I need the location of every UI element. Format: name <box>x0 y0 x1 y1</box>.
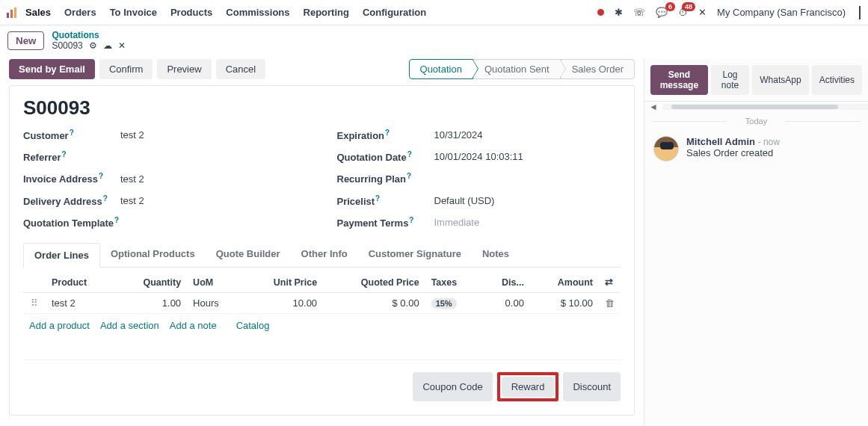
quotation-date-label: Quotation Date <box>337 152 407 163</box>
chatter-message: Mitchell Admin - now Sales Order created <box>644 130 868 167</box>
top-nav: Sales Orders To Invoice Products Commiss… <box>0 0 868 25</box>
cell-amount[interactable]: $ 10.00 <box>530 293 599 314</box>
table-row[interactable]: ⠿ test 2 1.00 Hours 10.00 $ 0.00 15% 0.0… <box>23 293 621 314</box>
col-product[interactable]: Product <box>46 272 114 293</box>
coupon-code-button[interactable]: Coupon Code <box>413 372 492 401</box>
app-logo-icon <box>6 7 18 19</box>
menu-configuration[interactable]: Configuration <box>363 7 426 18</box>
status-quotation[interactable]: Quotation <box>409 59 473 79</box>
customer-label: Customer <box>23 130 69 141</box>
breadcrumb-parent[interactable]: Quotations <box>52 30 125 40</box>
menu-products[interactable]: Products <box>170 7 212 18</box>
col-discount[interactable]: Dis... <box>480 272 530 293</box>
tab-notes[interactable]: Notes <box>472 242 520 267</box>
gear-icon[interactable]: ⚙ <box>89 40 97 51</box>
order-lines-table: Product Quantity UoM Unit Price Quoted P… <box>23 272 621 314</box>
cell-uom[interactable]: Hours <box>187 293 242 314</box>
menu-to-invoice[interactable]: To Invoice <box>110 7 157 18</box>
cell-quoted-price[interactable]: $ 0.00 <box>323 293 425 314</box>
clock-badge: 48 <box>682 2 695 11</box>
menu-commissions[interactable]: Commissions <box>226 7 289 18</box>
close-icon[interactable]: ✕ <box>118 40 126 51</box>
catalog-link[interactable]: Catalog <box>236 320 270 331</box>
recurring-plan-label: Recurring Plan <box>337 174 406 185</box>
col-settings-icon[interactable]: ⇄ <box>599 272 621 293</box>
cell-unit-price[interactable]: 10.00 <box>242 293 323 314</box>
col-unit-price[interactable]: Unit Price <box>242 272 323 293</box>
pricelist-value[interactable]: Default (USD) <box>434 195 495 206</box>
delivery-address-value[interactable]: test 2 <box>120 195 144 206</box>
message-text: Sales Order created <box>686 147 780 158</box>
tax-badge[interactable]: 15% <box>431 298 457 309</box>
invoice-address-label: Invoice Address <box>23 174 98 185</box>
cancel-button[interactable]: Cancel <box>216 59 265 79</box>
breadcrumb-current: S00093 <box>52 40 82 51</box>
status-sales-order[interactable]: Sales Order <box>561 59 635 79</box>
menu-sales[interactable]: Sales <box>25 7 51 18</box>
delivery-address-label: Delivery Address <box>23 196 102 207</box>
svg-rect-0 <box>7 13 9 18</box>
recording-dot-icon[interactable] <box>597 9 604 16</box>
invoice-address-value[interactable]: test 2 <box>120 173 144 185</box>
col-taxes[interactable]: Taxes <box>425 272 481 293</box>
drag-handle-icon[interactable]: ⠿ <box>29 297 40 309</box>
status-quotation-sent[interactable]: Quotation Sent <box>473 59 561 79</box>
chatter-panel: Send message Log note WhatsApp Activitie… <box>644 59 868 425</box>
payment-terms-label: Payment Terms <box>337 217 409 229</box>
scroll-left-icon[interactable]: ◄ <box>644 102 662 112</box>
clock-icon[interactable]: ⏱48 <box>678 7 688 18</box>
message-author[interactable]: Mitchell Admin <box>686 136 755 147</box>
quotation-date-value[interactable]: 10/01/2024 10:03:11 <box>434 151 523 162</box>
expiration-label: Expiration <box>337 130 385 141</box>
status-bar: Quotation Quotation Sent Sales Order <box>409 59 635 79</box>
bug-icon[interactable]: ✱ <box>615 7 623 18</box>
tab-other-info[interactable]: Other Info <box>291 242 358 267</box>
col-amount[interactable]: Amount <box>530 272 599 293</box>
reward-button[interactable]: Reward <box>502 377 555 397</box>
cell-discount[interactable]: 0.00 <box>480 293 530 314</box>
add-note-link[interactable]: Add a note <box>170 320 217 331</box>
preview-button[interactable]: Preview <box>157 59 211 79</box>
send-by-email-button[interactable]: Send by Email <box>9 59 95 79</box>
quotation-template-label: Quotation Template <box>23 217 114 229</box>
new-button[interactable]: New <box>7 31 44 50</box>
discount-button[interactable]: Discount <box>563 372 621 401</box>
tab-order-lines[interactable]: Order Lines <box>23 243 100 268</box>
payment-terms-value[interactable]: Immediate <box>434 217 480 228</box>
tab-optional-products[interactable]: Optional Products <box>100 242 206 267</box>
col-uom[interactable]: UoM <box>187 272 242 293</box>
menu-reporting[interactable]: Reporting <box>304 7 349 18</box>
company-name: My Company (San Francisco) <box>717 7 846 18</box>
day-separator: Today <box>644 112 868 130</box>
menu-orders[interactable]: Orders <box>64 7 96 18</box>
avatar <box>653 136 679 161</box>
pricelist-label: Pricelist <box>337 196 375 207</box>
confirm-button[interactable]: Confirm <box>99 59 153 79</box>
svg-rect-1 <box>10 10 13 18</box>
col-quantity[interactable]: Quantity <box>114 272 187 293</box>
tools-icon[interactable]: ✕ <box>698 7 707 18</box>
company-switcher[interactable]: My Company (San Francisco) <box>717 7 846 18</box>
user-avatar-icon[interactable] <box>859 6 862 19</box>
chatter-scrollbar[interactable] <box>662 104 868 110</box>
activities-button[interactable]: Activities <box>812 65 862 95</box>
cell-qty[interactable]: 1.00 <box>114 293 187 314</box>
expiration-value[interactable]: 10/31/2024 <box>434 129 483 141</box>
chat-icon[interactable]: 💬6 <box>656 7 668 18</box>
tab-quote-builder[interactable]: Quote Builder <box>206 242 291 267</box>
col-quoted-price[interactable]: Quoted Price <box>323 272 425 293</box>
tab-customer-signature[interactable]: Customer Signature <box>358 242 472 267</box>
add-section-link[interactable]: Add a section <box>100 320 159 331</box>
add-row: Add a product Add a section Add a note C… <box>23 314 621 337</box>
chat-badge: 6 <box>665 2 675 11</box>
add-product-link[interactable]: Add a product <box>29 320 90 331</box>
cell-product[interactable]: test 2 <box>46 293 114 314</box>
main-menu: Sales Orders To Invoice Products Commiss… <box>25 7 426 18</box>
phone-icon[interactable]: ☏ <box>633 7 645 18</box>
cloud-icon[interactable]: ☁ <box>103 40 112 51</box>
log-note-button[interactable]: Log note <box>711 65 750 95</box>
delete-line-icon[interactable]: 🗑 <box>605 297 615 309</box>
customer-value[interactable]: test 2 <box>120 129 144 141</box>
send-message-button[interactable]: Send message <box>650 65 708 95</box>
whatsapp-button[interactable]: WhatsApp <box>752 65 808 95</box>
